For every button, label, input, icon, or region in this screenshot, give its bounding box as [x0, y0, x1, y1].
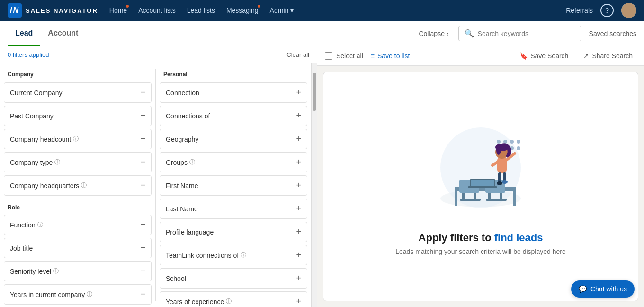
info-icon: ⓘ [81, 181, 87, 190]
svg-point-2 [497, 140, 501, 144]
personal-section-label: Personal [160, 69, 307, 81]
collapse-chevron-icon: ‹ [447, 30, 449, 37]
filter-connections-of[interactable]: Connections of + [160, 106, 307, 126]
svg-rect-16 [460, 199, 481, 201]
svg-rect-11 [455, 191, 457, 206]
nav-referrals[interactable]: Referrals [566, 5, 593, 16]
info-icon: ⓘ [87, 290, 92, 298]
svg-rect-22 [471, 180, 494, 186]
plus-icon: + [296, 88, 301, 98]
filter-profile-language[interactable]: Profile language + [160, 222, 307, 242]
nav-lead-lists[interactable]: Lead lists [187, 5, 215, 16]
tab-lead[interactable]: Lead [8, 21, 40, 46]
avatar[interactable] [621, 3, 636, 18]
svg-point-4 [510, 140, 514, 144]
empty-state: Apply filters to find leads Leads matchi… [323, 72, 638, 301]
saved-searches-link[interactable]: Saved searches [589, 30, 636, 37]
nav-account-lists[interactable]: Account lists [138, 5, 176, 16]
clear-all-button[interactable]: Clear all [286, 51, 309, 58]
svg-rect-15 [474, 193, 476, 199]
filter-groups[interactable]: Groups ⓘ + [160, 152, 307, 172]
empty-state-content: Apply filters to find leads Leads matchi… [376, 99, 585, 274]
left-filter-column: Company Current Company + Past Company +… [0, 63, 155, 307]
role-section-label: Role [4, 199, 152, 215]
empty-state-subtitle: Leads matching your search criteria will… [395, 248, 566, 255]
search-bar[interactable]: 🔍 [458, 26, 581, 41]
select-all-checkbox[interactable] [325, 52, 332, 60]
filter-company-headquarters[interactable]: Company headquarters ⓘ + [4, 175, 152, 196]
filter-past-company[interactable]: Past Company + [4, 106, 152, 126]
bookmark-icon: 🔖 [519, 52, 528, 60]
filter-columns: Company Current Company + Past Company +… [0, 63, 317, 307]
svg-rect-19 [500, 193, 502, 199]
scrollbar[interactable] [311, 63, 317, 307]
filter-school[interactable]: School + [160, 268, 307, 289]
svg-rect-12 [513, 191, 516, 206]
svg-rect-25 [498, 172, 501, 183]
illustration [429, 118, 533, 222]
plus-icon: + [140, 111, 145, 121]
filter-connection[interactable]: Connection + [160, 82, 307, 103]
save-search-button[interactable]: 🔖 Save Search [516, 50, 572, 62]
filter-years-of-experience[interactable]: Years of experience ⓘ + [160, 291, 307, 307]
filter-company-headcount[interactable]: Company headcount ⓘ + [4, 129, 152, 149]
collapse-button[interactable]: Collapse ‹ [419, 30, 448, 37]
plus-icon: + [296, 227, 301, 237]
plus-icon: + [296, 181, 301, 190]
filter-seniority-level[interactable]: Seniority level ⓘ + [4, 261, 152, 281]
filters-count: 0 filters applied [8, 51, 49, 58]
plus-icon: + [140, 181, 145, 190]
svg-point-3 [503, 140, 507, 144]
filter-geography[interactable]: Geography + [160, 129, 307, 149]
empty-state-highlight: find leads [494, 232, 543, 244]
info-icon: ⓘ [73, 135, 79, 143]
nav-links: Home Account lists Lead lists Messaging … [109, 5, 555, 16]
nav-right: Referrals ? [566, 3, 636, 18]
svg-point-27 [497, 181, 502, 185]
nav-messaging[interactable]: Messaging [226, 5, 259, 16]
plus-icon: + [296, 111, 301, 121]
share-icon: ↗ [583, 52, 589, 60]
right-filter-column: Personal Connection + Connections of + G… [156, 63, 311, 307]
svg-rect-20 [486, 199, 507, 201]
plus-icon: + [296, 157, 301, 167]
svg-rect-14 [462, 193, 465, 199]
filter-first-name[interactable]: First Name + [160, 175, 307, 196]
share-search-button[interactable]: ↗ Share Search [580, 50, 636, 62]
svg-point-9 [517, 146, 520, 150]
filter-function[interactable]: Function ⓘ + [4, 215, 152, 235]
chat-button[interactable]: 💬 Chat with us [571, 280, 635, 298]
brand-logo[interactable]: in SALES NAVIGATOR [8, 3, 98, 18]
nav-home[interactable]: Home [109, 5, 127, 16]
plus-icon: + [296, 297, 301, 307]
plus-icon: + [140, 157, 145, 167]
tab-account[interactable]: Account [40, 21, 86, 46]
plus-icon: + [140, 220, 145, 230]
left-panel: 0 filters applied Clear all Company Curr… [0, 46, 317, 307]
info-icon: ⓘ [241, 251, 246, 259]
save-to-list-button[interactable]: ≡ Save to list [371, 52, 410, 60]
svg-point-28 [502, 180, 508, 184]
nav-admin[interactable]: Admin ▾ [270, 5, 294, 16]
empty-state-title: Apply filters to find leads [395, 232, 566, 244]
admin-chevron-icon: ▾ [290, 7, 294, 14]
scroll-thumb[interactable] [313, 73, 316, 111]
search-input[interactable] [478, 30, 575, 37]
select-all-label[interactable]: Select all [336, 52, 363, 60]
plus-icon: + [140, 243, 145, 253]
filter-company-type[interactable]: Company type ⓘ + [4, 152, 152, 172]
company-section-label: Company [4, 69, 152, 81]
right-toolbar: Select all ≡ Save to list 🔖 Save Search … [317, 46, 644, 66]
filter-job-title[interactable]: Job title + [4, 238, 152, 258]
svg-point-1 [440, 127, 521, 208]
filter-current-company[interactable]: Current Company + [4, 82, 152, 103]
info-icon: ⓘ [54, 158, 60, 166]
filter-teamlink-connections[interactable]: TeamLink connections of ⓘ + [160, 245, 307, 265]
filter-years-current-company[interactable]: Years in current company ⓘ + [4, 284, 152, 305]
filter-last-name[interactable]: Last Name + [160, 199, 307, 219]
plus-icon: + [296, 204, 301, 214]
filter-header: 0 filters applied Clear all [0, 46, 317, 63]
right-panel: Select all ≡ Save to list 🔖 Save Search … [317, 46, 644, 307]
plus-icon: + [140, 88, 145, 98]
help-icon[interactable]: ? [600, 4, 614, 17]
